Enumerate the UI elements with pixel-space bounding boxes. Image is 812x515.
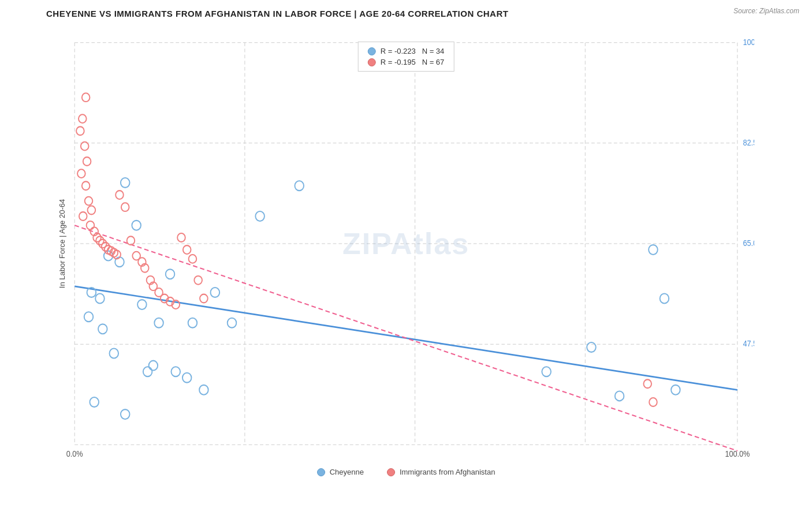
- svg-point-78: [82, 93, 90, 102]
- legend-blue-n: N = 34: [422, 47, 445, 55]
- svg-point-37: [90, 397, 99, 407]
- svg-text:100.0%: 100.0%: [725, 450, 750, 459]
- svg-text:0.0%: 0.0%: [66, 450, 83, 459]
- svg-point-46: [671, 385, 680, 395]
- legend-blue-r: R = -0.223: [381, 47, 416, 55]
- svg-point-36: [211, 288, 220, 297]
- svg-point-81: [183, 245, 191, 254]
- svg-point-45: [542, 367, 551, 376]
- svg-point-51: [77, 169, 85, 178]
- svg-point-31: [166, 269, 175, 279]
- svg-point-43: [660, 294, 669, 304]
- svg-point-35: [199, 385, 208, 395]
- svg-text:65.0%: 65.0%: [743, 239, 754, 248]
- svg-point-66: [116, 191, 124, 199]
- svg-point-83: [194, 276, 202, 285]
- svg-point-53: [85, 197, 93, 206]
- svg-point-32: [171, 367, 180, 376]
- source-text: Source: ZipAtlas.com: [733, 7, 799, 15]
- cheyenne-label: Cheyenne: [330, 468, 364, 476]
- svg-point-28: [143, 367, 152, 376]
- svg-point-20: [84, 312, 94, 322]
- svg-point-40: [255, 211, 265, 221]
- svg-text:100.0%: 100.0%: [743, 38, 754, 47]
- svg-point-26: [132, 221, 141, 230]
- svg-text:82.5%: 82.5%: [743, 139, 754, 148]
- legend-box: R = -0.223 N = 34 R = -0.195 N = 67: [358, 42, 455, 72]
- svg-point-55: [79, 212, 87, 221]
- svg-point-42: [649, 245, 658, 255]
- svg-text:47.5%: 47.5%: [743, 339, 754, 349]
- svg-point-38: [121, 409, 130, 419]
- svg-point-39: [295, 181, 304, 191]
- svg-point-41: [228, 318, 237, 328]
- svg-line-17: [75, 225, 737, 451]
- svg-point-23: [109, 349, 118, 359]
- bottom-legend-afghanistan: Immigrants from Afghanistan: [387, 468, 495, 476]
- legend-blue-dot: [368, 47, 376, 55]
- svg-point-82: [189, 255, 197, 263]
- legend-pink-n: N = 67: [422, 58, 445, 66]
- svg-point-54: [88, 206, 96, 215]
- afghanistan-label: Immigrants from Afghanistan: [400, 468, 495, 476]
- legend-pink-r: R = -0.195: [381, 58, 416, 66]
- svg-point-86: [649, 398, 657, 406]
- svg-point-67: [121, 203, 129, 211]
- svg-point-84: [200, 294, 208, 303]
- chart-container: CHEYENNE VS IMMIGRANTS FROM AFGHANISTAN …: [0, 0, 812, 515]
- svg-point-27: [137, 300, 147, 309]
- svg-point-47: [615, 391, 624, 401]
- legend-pink-dot: [368, 58, 376, 66]
- svg-point-22: [98, 324, 107, 334]
- legend-row-blue: R = -0.223 N = 34: [368, 47, 445, 55]
- svg-point-79: [79, 114, 87, 123]
- svg-point-34: [188, 318, 198, 328]
- svg-point-50: [83, 157, 91, 166]
- legend-row-pink: R = -0.195 N = 67: [368, 58, 445, 66]
- svg-point-25: [121, 178, 130, 188]
- svg-point-80: [177, 233, 185, 242]
- bottom-legend-cheyenne: Cheyenne: [317, 468, 364, 476]
- afghanistan-legend-dot: [387, 468, 395, 476]
- chart-svg: 100.0% 82.5% 65.0% 47.5% 0.0% 100.0%: [58, 24, 754, 463]
- svg-point-56: [87, 221, 95, 230]
- svg-point-30: [154, 318, 163, 328]
- svg-point-29: [149, 361, 158, 371]
- svg-point-48: [76, 126, 84, 135]
- svg-point-44: [587, 342, 596, 352]
- cheyenne-legend-dot: [317, 468, 325, 476]
- svg-point-52: [82, 181, 90, 190]
- svg-point-49: [81, 142, 89, 151]
- svg-point-85: [643, 379, 651, 388]
- bottom-legend: Cheyenne Immigrants from Afghanistan: [12, 468, 800, 476]
- svg-point-33: [182, 373, 192, 383]
- chart-title: CHEYENNE VS IMMIGRANTS FROM AFGHANISTAN …: [46, 9, 800, 18]
- svg-point-19: [95, 294, 105, 304]
- chart-area: In Labor Force | Age 20-64 R = -0.223 N …: [58, 24, 754, 463]
- y-axis-label: In Labor Force | Age 20-64: [58, 199, 66, 288]
